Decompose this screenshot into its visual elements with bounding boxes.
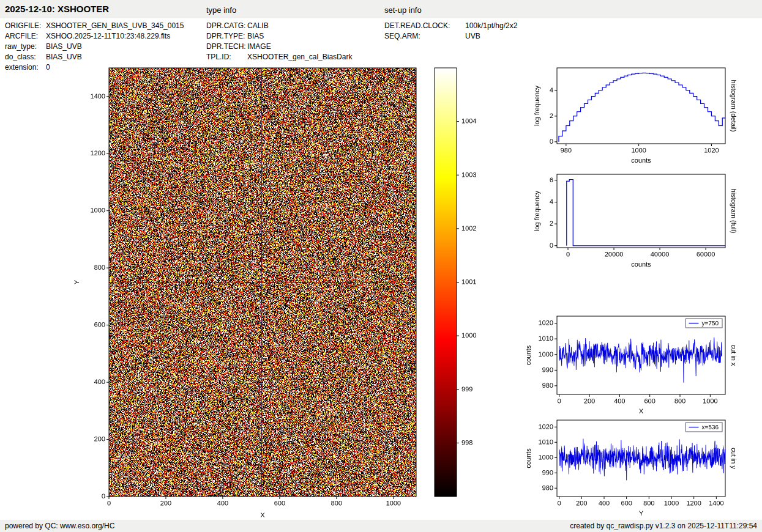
cut-in-y-figure-canvas (520, 410, 748, 520)
cut-in-x-figure (520, 306, 748, 422)
cut-in-y-figure (520, 410, 748, 520)
histogram-detail-figure (520, 58, 748, 180)
figures-area (0, 0, 762, 532)
colorbar-figure-canvas (428, 58, 485, 520)
bias-image-figure (67, 58, 447, 520)
histogram-detail-figure-canvas (520, 58, 748, 180)
colorbar-figure (428, 58, 485, 520)
cut-in-x-figure-canvas (520, 306, 748, 422)
histogram-full-figure-canvas (520, 165, 748, 287)
bias-image-figure-canvas (67, 58, 447, 520)
footer-bar: powered by QC: www.eso.org/HC created by… (0, 520, 762, 532)
footer-credit-left: powered by QC: www.eso.org/HC (5, 522, 114, 530)
footer-credit-right: created by qc_rawdisp.py v1.2.3 on 2025-… (570, 522, 757, 530)
histogram-full-figure (520, 165, 748, 287)
